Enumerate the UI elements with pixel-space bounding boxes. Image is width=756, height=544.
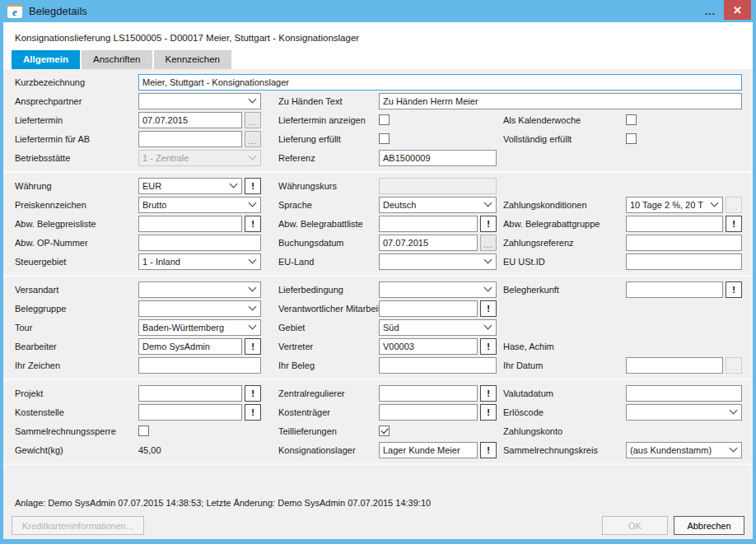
preiskennzeichen-select[interactable]: Brutto [138,197,261,213]
gebiet-select[interactable]: Süd [379,319,497,336]
liefertermin-label: Liefertermin [15,115,138,125]
bearbeiter-input[interactable]: Demo SysAdmin [138,338,242,355]
bearbeiter-exclamation-button[interactable]: ! [245,338,261,355]
kostentraeger-input[interactable] [379,404,478,421]
teillieferungen-field-group [379,425,497,436]
liefertermin-fuer-ab-input[interactable] [138,131,242,147]
zahlungskonditionen-select[interactable]: 10 Tage 2 %, 20 T [626,197,723,213]
verantwortlicher-mitarbeiter-label: Verantwortlicher Mitarbeiter [278,304,379,314]
tab-kennzeichen[interactable]: Kennzeichen [154,50,232,69]
ansprechpartner-label: Ansprechpartner [15,96,138,106]
tour-select[interactable]: Baden-Württemberg [138,319,261,336]
creditcard-info-button: Kreditkarteninformationen... [12,516,144,535]
verantwortlicher-mitarbeiter-exclamation-button[interactable]: ! [480,300,497,317]
tab-bar: Allgemein Anschriften Kennzeichen [3,50,753,69]
belegherkunft-exclamation-button[interactable]: ! [726,281,742,298]
beleggruppe-field-group [138,300,261,317]
referenz-input[interactable]: AB1500009 [379,150,497,166]
form-row: Liefertermin für AB...Lieferung erfülltV… [3,129,753,148]
zu-haenden-text-input[interactable]: Zu Händen Herrn Meier [379,93,742,109]
projekt-input[interactable] [138,385,242,402]
projekt-exclamation-button[interactable]: ! [245,385,261,402]
abw-belegrabattliste-exclamation-button[interactable]: ! [480,216,497,232]
ihr-zeichen-label: Ihr Zeichen [15,360,138,370]
form-row: Abw. OP-NummerBuchungsdatum07.07.2015...… [3,233,753,252]
eu-ust-id-input[interactable] [626,253,742,270]
abw-op-nummer-input[interactable] [138,235,261,251]
vollstaendig-erfuellt-label: Vollständig erfüllt [503,134,626,144]
buchungsdatum-lookup-button[interactable]: ... [480,235,497,251]
ihr-datum-input[interactable] [626,357,723,374]
kostenstelle-input[interactable] [138,404,242,421]
betriebsstaette-field-group: 1 - Zentrale [138,150,261,166]
buchungsdatum-input[interactable]: 07.07.2015 [379,235,478,251]
beleggruppe-label: Beleggruppe [15,304,138,314]
preiskennzeichen-field-group: Brutto [138,197,261,213]
zentralregulierer-input[interactable] [379,385,478,402]
tab-allgemein[interactable]: Allgemein [12,50,80,69]
form-row: Gewicht(kg)45,00KonsignationslagerLager … [3,440,753,459]
vollstaendig-erfuellt-checkbox[interactable] [626,133,637,144]
als-kalenderwoche-checkbox[interactable] [626,114,637,125]
vertreter-input[interactable]: V00003 [379,338,478,355]
abw-belegpreisliste-field-group: ! [138,216,261,232]
zahlungsreferenz-input[interactable] [626,235,742,251]
beleggruppe-select[interactable] [138,300,261,317]
liefertermin-lookup-button[interactable]: ... [245,112,261,128]
form-row: TourBaden-WürttembergGebietSüd [3,318,753,337]
kostentraeger-exclamation-button[interactable]: ! [480,404,497,421]
abw-belegpreisliste-exclamation-button[interactable]: ! [245,216,261,232]
belegherkunft-label: Belegherkunft [503,285,626,295]
abw-belegrabattgruppe-input[interactable] [626,216,723,232]
ihr-beleg-input[interactable] [379,357,497,374]
sammelrechnungssperre-checkbox[interactable] [138,425,149,436]
chevron-down-icon [484,256,492,264]
verantwortlicher-mitarbeiter-input[interactable] [379,300,478,317]
ihr-beleg-field-group [379,357,497,374]
liefertermin-fuer-ab-lookup-button[interactable]: ... [245,131,261,147]
kostentraeger-field-group: ! [379,404,497,421]
eu-land-field-group [379,253,497,270]
chevron-down-icon [711,199,719,207]
teillieferungen-checkbox[interactable] [379,425,390,436]
lieferbedingung-select[interactable] [379,281,497,298]
abw-belegrabattliste-input[interactable] [379,216,478,232]
cancel-button[interactable]: Abbrechen [674,516,744,535]
close-icon[interactable]: ✕ [724,0,751,20]
steuergebiet-select[interactable]: 1 - Inland [138,253,261,270]
sammelrechnungskreis-label: Sammelrechnungskreis [503,445,626,455]
sprache-select[interactable]: Deutsch [379,197,497,213]
valutadatum-input[interactable] [626,385,742,402]
liefertermin-anzeigen-checkbox[interactable] [379,114,390,125]
lieferung-erfuellt-checkbox[interactable] [379,133,390,144]
form-row: Kostenstelle!Kostenträger!Erlöscode [3,402,753,421]
valutadatum-label: Valutadatum [503,388,626,398]
ansprechpartner-select[interactable] [138,93,261,109]
referenz-label: Referenz [278,153,379,163]
ihr-zeichen-input[interactable] [138,357,261,374]
gebiet-selected-value: Süd [383,323,399,332]
eu-land-label: EU-Land [278,257,379,267]
sammelrechnungskreis-select[interactable]: (aus Kundenstamm) [626,442,742,458]
liefertermin-fuer-ab-field-group: ... [138,131,261,147]
tab-anschriften[interactable]: Anschriften [82,50,152,69]
kostenstelle-exclamation-button[interactable]: ! [245,404,261,421]
abw-belegrabattgruppe-exclamation-button[interactable]: ! [726,216,742,232]
waehrung-select[interactable]: EUR [138,178,242,194]
window-options-icon[interactable]: ... [705,7,716,16]
vollstaendig-erfuellt-field-group [626,133,742,144]
zentralregulierer-exclamation-button[interactable]: ! [480,385,497,402]
kostenstelle-label: Kostenstelle [15,407,138,417]
erloescode-select[interactable] [626,404,742,421]
vertreter-exclamation-button[interactable]: ! [480,338,497,355]
konsignationslager-exclamation-button[interactable]: ! [480,442,497,458]
eu-land-select[interactable] [379,253,497,270]
versandart-select[interactable] [138,281,261,298]
liefertermin-input[interactable]: 07.07.2015 [138,112,242,128]
belegherkunft-input[interactable] [626,281,723,298]
abw-belegpreisliste-input[interactable] [138,216,242,232]
ihr-datum-label: Ihr Datum [503,360,626,370]
kurzbezeichnung-input[interactable]: Meier, Stuttgart - Konsignationslager [138,74,742,91]
konsignationslager-input[interactable]: Lager Kunde Meier [379,442,478,458]
waehrung-exclamation-button[interactable]: ! [245,178,261,194]
